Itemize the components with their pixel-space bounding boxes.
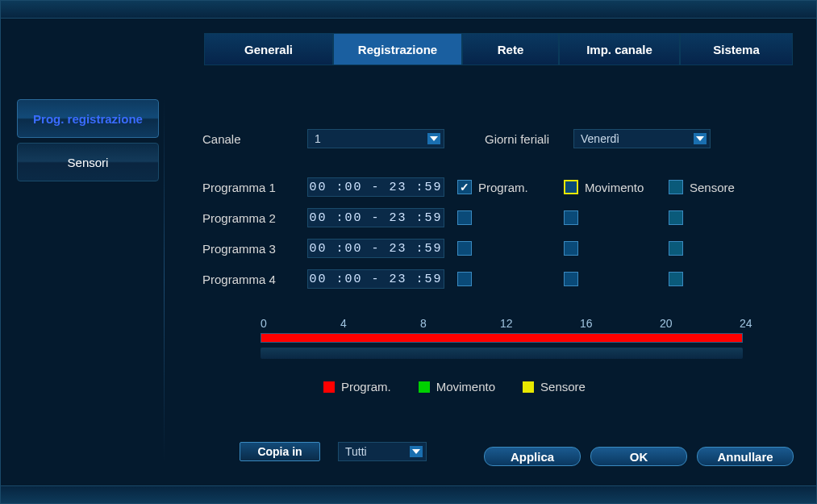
col-header-program: Program. bbox=[478, 181, 528, 194]
checkbox-p4-sensor[interactable] bbox=[669, 272, 683, 286]
select-weekday-value: Venerdì bbox=[581, 132, 619, 145]
select-channel[interactable]: 1 bbox=[307, 129, 444, 148]
label-weekday: Giorni feriali bbox=[485, 132, 573, 146]
checkbox-p3-program[interactable] bbox=[457, 241, 472, 256]
chevron-down-icon bbox=[694, 133, 707, 144]
checkbox-p1-sensor[interactable] bbox=[669, 180, 683, 194]
time-input-p2[interactable]: 00 :00 - 23 :59 bbox=[307, 208, 444, 227]
tick-12: 12 bbox=[500, 317, 580, 330]
tab-recording[interactable]: Registrazione bbox=[333, 33, 462, 65]
top-tabs: Generali Registrazione Rete Imp. canale … bbox=[204, 33, 793, 65]
main-area: Generali Registrazione Rete Imp. canale … bbox=[1, 19, 816, 485]
legend-motion-label: Movimento bbox=[436, 380, 495, 394]
col-header-sensor: Sensore bbox=[690, 181, 735, 194]
tick-0: 0 bbox=[261, 317, 340, 330]
legend-program-label: Program. bbox=[341, 380, 391, 394]
swatch-program-icon bbox=[323, 381, 335, 393]
swatch-sensor-icon bbox=[523, 381, 534, 393]
tab-system[interactable]: Sistema bbox=[680, 33, 793, 65]
timeline-track[interactable] bbox=[261, 333, 743, 343]
legend-sensor-label: Sensore bbox=[540, 380, 586, 394]
checkbox-p1-motion[interactable] bbox=[564, 180, 578, 194]
row-channel: Canale 1 Giorni feriali Venerdì bbox=[202, 123, 792, 154]
label-channel: Canale bbox=[202, 132, 307, 146]
copy-to-button[interactable]: Copia in bbox=[240, 442, 320, 461]
checkbox-p3-sensor[interactable] bbox=[669, 241, 683, 256]
col-header-motion: Movimento bbox=[585, 181, 644, 194]
sidebar-item-rec-schedule[interactable]: Prog. registrazione bbox=[17, 99, 159, 138]
label-program4: Programma 4 bbox=[202, 273, 307, 286]
row-program3: Programma 3 00 :00 - 23 :59 bbox=[202, 233, 792, 264]
label-program1: Programma 1 bbox=[202, 181, 307, 194]
settings-window: Generali Registrazione Rete Imp. canale … bbox=[0, 0, 817, 504]
checkbox-p4-program[interactable] bbox=[457, 272, 472, 286]
checkbox-p2-program[interactable] bbox=[457, 210, 472, 225]
label-program2: Programma 2 bbox=[202, 211, 307, 225]
weekday-group: Giorni feriali Venerdì bbox=[485, 129, 711, 148]
tick-8: 8 bbox=[420, 317, 500, 330]
tick-24: 24 bbox=[740, 317, 759, 330]
chevron-down-icon bbox=[410, 446, 423, 457]
row-program1: Programma 1 00 :00 - 23 :59 Program. Mov… bbox=[202, 172, 792, 202]
tick-20: 20 bbox=[660, 317, 740, 330]
timeline-shadow bbox=[261, 348, 743, 359]
checkbox-p4-motion[interactable] bbox=[564, 272, 578, 286]
time-input-p3[interactable]: 00 :00 - 23 :59 bbox=[307, 239, 444, 258]
tab-channel-settings[interactable]: Imp. canale bbox=[559, 33, 680, 65]
sidebar-separator bbox=[164, 99, 165, 461]
tab-network[interactable]: Rete bbox=[462, 33, 559, 65]
row-program2: Programma 2 00 :00 - 23 :59 bbox=[202, 202, 792, 233]
legend: Program. Movimento Sensore bbox=[323, 380, 792, 394]
checkbox-p2-motion[interactable] bbox=[564, 210, 578, 225]
swatch-motion-icon bbox=[419, 381, 430, 393]
select-copy-target-value: Tutti bbox=[345, 445, 367, 458]
timeline: 0 4 8 12 16 20 24 bbox=[261, 317, 761, 359]
tab-general[interactable]: Generali bbox=[204, 33, 333, 65]
select-weekday[interactable]: Venerdì bbox=[573, 129, 711, 148]
bottom-bar bbox=[1, 485, 816, 503]
row-program4: Programma 4 00 :00 - 23 :59 bbox=[202, 264, 792, 294]
time-input-p1[interactable]: 00 :00 - 23 :59 bbox=[307, 177, 444, 197]
titlebar bbox=[1, 1, 816, 19]
tick-16: 16 bbox=[580, 317, 660, 330]
checkbox-p1-program[interactable] bbox=[457, 180, 472, 194]
timeline-fill-program bbox=[261, 334, 742, 342]
sidebar: Prog. registrazione Sensori bbox=[17, 99, 159, 186]
legend-sensor: Sensore bbox=[523, 380, 586, 394]
label-program3: Programma 3 bbox=[202, 242, 307, 256]
time-input-p4[interactable]: 00 :00 - 23 :59 bbox=[307, 269, 444, 289]
select-copy-target[interactable]: Tutti bbox=[338, 442, 427, 461]
footer-buttons: Applica OK Annullare bbox=[484, 447, 794, 466]
select-channel-value: 1 bbox=[315, 132, 321, 145]
legend-motion: Movimento bbox=[419, 380, 495, 394]
sidebar-item-sensors[interactable]: Sensori bbox=[17, 143, 159, 181]
cancel-button[interactable]: Annullare bbox=[697, 447, 794, 466]
apply-button[interactable]: Applica bbox=[484, 447, 581, 466]
checkbox-p3-motion[interactable] bbox=[564, 241, 578, 256]
timeline-ticks: 0 4 8 12 16 20 24 bbox=[261, 317, 761, 330]
chevron-down-icon bbox=[427, 133, 440, 144]
checkbox-p2-sensor[interactable] bbox=[669, 210, 683, 225]
form-area: Canale 1 Giorni feriali Venerdì Programm… bbox=[202, 123, 792, 461]
legend-program: Program. bbox=[323, 380, 391, 394]
ok-button[interactable]: OK bbox=[590, 447, 687, 466]
tick-4: 4 bbox=[340, 317, 420, 330]
